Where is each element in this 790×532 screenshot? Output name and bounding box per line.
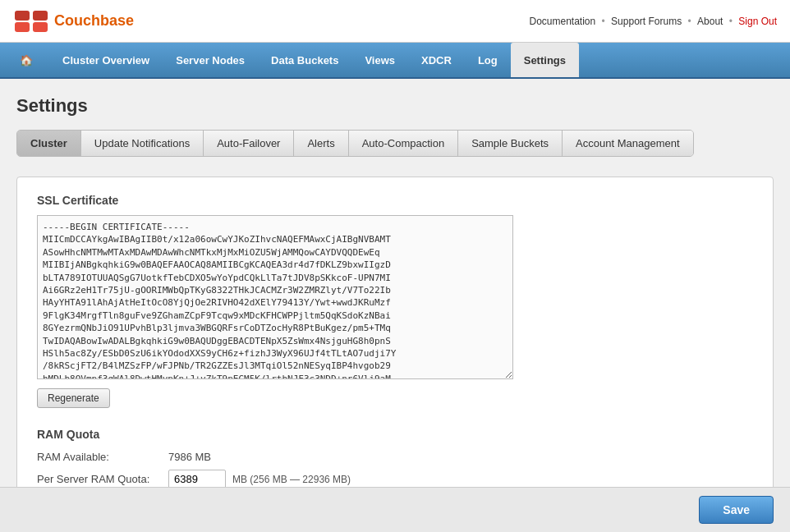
tab-account-management[interactable]: Account Management bbox=[563, 131, 692, 156]
tab-sample-buckets[interactable]: Sample Buckets bbox=[458, 131, 563, 156]
settings-tabs: Cluster Update Notifications Auto-Failov… bbox=[16, 130, 694, 157]
home-icon: 🏠 bbox=[20, 54, 33, 66]
tab-cluster[interactable]: Cluster bbox=[17, 131, 81, 156]
svg-rect-3 bbox=[33, 22, 48, 32]
tab-alerts[interactable]: Alerts bbox=[294, 131, 348, 156]
settings-content: SSL Certificate Regenerate RAM Quota RAM… bbox=[16, 177, 774, 512]
svg-rect-0 bbox=[15, 11, 30, 21]
nav-server-nodes[interactable]: Server Nodes bbox=[163, 43, 258, 77]
nav-views[interactable]: Views bbox=[351, 43, 408, 77]
tab-update-notifications[interactable]: Update Notifications bbox=[81, 131, 204, 156]
ram-available-label: RAM Available: bbox=[37, 451, 168, 463]
about-link[interactable]: About bbox=[697, 16, 723, 27]
ssl-section-title: SSL Certificate bbox=[37, 194, 753, 207]
nav-settings[interactable]: Settings bbox=[511, 43, 579, 77]
navbar: 🏠 Cluster Overview Server Nodes Data Buc… bbox=[0, 43, 790, 79]
svg-rect-2 bbox=[15, 22, 30, 32]
nav-data-buckets[interactable]: Data Buckets bbox=[258, 43, 351, 77]
brand-name: Couchbase bbox=[54, 12, 134, 30]
nav-xdcr[interactable]: XDCR bbox=[408, 43, 465, 77]
ram-quota-row: Per Server RAM Quota: MB (256 MB — 22936… bbox=[37, 470, 753, 488]
save-button[interactable]: Save bbox=[699, 496, 774, 524]
ram-quota-section: RAM Quota RAM Available: 7986 MB Per Ser… bbox=[37, 428, 753, 488]
ram-quota-label: Per Server RAM Quota: bbox=[37, 473, 168, 485]
ram-section-title: RAM Quota bbox=[37, 428, 753, 441]
ram-available-value: 7986 MB bbox=[168, 451, 211, 463]
tab-auto-compaction[interactable]: Auto-Compaction bbox=[349, 131, 458, 156]
ram-available-row: RAM Available: 7986 MB bbox=[37, 451, 753, 463]
tab-auto-failover[interactable]: Auto-Failover bbox=[204, 131, 294, 156]
nav-cluster-overview[interactable]: Cluster Overview bbox=[49, 43, 163, 77]
ssl-certificate-textarea[interactable] bbox=[37, 215, 513, 379]
sign-out-link[interactable]: Sign Out bbox=[738, 16, 777, 27]
topbar: Couchbase Documentation • Support Forums… bbox=[0, 0, 790, 43]
logo-area: Couchbase bbox=[13, 9, 134, 34]
page-title: Settings bbox=[16, 95, 774, 117]
couchbase-logo-icon bbox=[13, 9, 49, 34]
footer-bar: Save bbox=[0, 487, 790, 532]
ram-quota-hint: MB (256 MB — 22936 MB) bbox=[232, 474, 351, 485]
documentation-link[interactable]: Documentation bbox=[530, 16, 596, 27]
nav-log[interactable]: Log bbox=[465, 43, 511, 77]
support-forums-link[interactable]: Support Forums bbox=[611, 16, 682, 27]
top-links: Documentation • Support Forums • About •… bbox=[530, 16, 778, 27]
ssl-section: SSL Certificate Regenerate bbox=[37, 194, 753, 408]
ram-quota-input[interactable] bbox=[168, 470, 226, 488]
regenerate-button[interactable]: Regenerate bbox=[37, 388, 110, 408]
main-content: Settings Cluster Update Notifications Au… bbox=[0, 79, 790, 532]
svg-rect-1 bbox=[33, 11, 48, 21]
nav-home[interactable]: 🏠 bbox=[7, 43, 49, 77]
